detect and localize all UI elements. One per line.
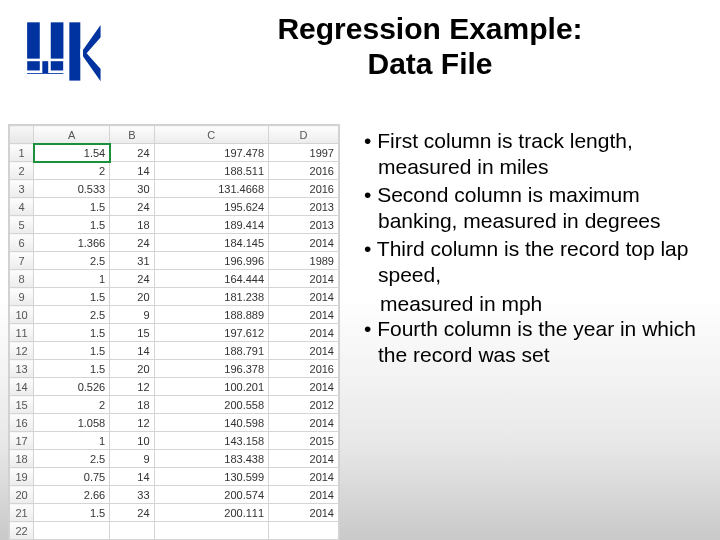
cell: 2014: [269, 324, 339, 342]
cell: 33: [110, 486, 154, 504]
cell: 18: [110, 396, 154, 414]
cell: 10: [110, 432, 154, 450]
table-row: 11.5424197.4781997: [10, 144, 339, 162]
cell: 200.558: [154, 396, 269, 414]
row-header: 8: [10, 270, 34, 288]
cell: 200.574: [154, 486, 269, 504]
row-header: 7: [10, 252, 34, 270]
cell: 1: [34, 270, 110, 288]
cell: 197.478: [154, 144, 269, 162]
spreadsheet: A B C D 11.5424197.47819972214188.511201…: [8, 124, 340, 540]
bullet-3-cont: measured in mph: [360, 291, 706, 317]
cell: 1.058: [34, 414, 110, 432]
table-row: 211.524200.1112014: [10, 504, 339, 522]
cell: 2014: [269, 342, 339, 360]
row-header: 1: [10, 144, 34, 162]
cell: 2016: [269, 162, 339, 180]
cell: 1.5: [34, 198, 110, 216]
cell: 195.624: [154, 198, 269, 216]
data-table: A B C D 11.5424197.47819972214188.511201…: [9, 125, 339, 540]
cell: [269, 522, 339, 540]
cell: 197.612: [154, 324, 269, 342]
cell: 188.889: [154, 306, 269, 324]
cell: 2014: [269, 378, 339, 396]
cell: 18: [110, 216, 154, 234]
cell: [154, 522, 269, 540]
row-header: 2: [10, 162, 34, 180]
cell: 31: [110, 252, 154, 270]
cell: 1.5: [34, 216, 110, 234]
row-header: 18: [10, 450, 34, 468]
row-header: 17: [10, 432, 34, 450]
row-header: 14: [10, 378, 34, 396]
cell: 188.511: [154, 162, 269, 180]
table-row: 15218200.5582012: [10, 396, 339, 414]
row-header: 10: [10, 306, 34, 324]
cell: 196.378: [154, 360, 269, 378]
cell: 2016: [269, 360, 339, 378]
table-row: 182.59183.4382014: [10, 450, 339, 468]
cell: 20: [110, 288, 154, 306]
cell: 2014: [269, 486, 339, 504]
cell: 1.5: [34, 504, 110, 522]
table-row: 202.6633200.5742014: [10, 486, 339, 504]
cell: 2.5: [34, 450, 110, 468]
corner-cell: [10, 126, 34, 144]
table-row: 17110143.1582015: [10, 432, 339, 450]
table-row: 51.518189.4142013: [10, 216, 339, 234]
cell: 140.598: [154, 414, 269, 432]
cell: 130.599: [154, 468, 269, 486]
cell: [34, 522, 110, 540]
cell: 2014: [269, 288, 339, 306]
cell: [110, 522, 154, 540]
cell: 14: [110, 162, 154, 180]
row-header: 15: [10, 396, 34, 414]
cell: 14: [110, 342, 154, 360]
cell: 9: [110, 306, 154, 324]
table-row: 22: [10, 522, 339, 540]
cell: 200.111: [154, 504, 269, 522]
bullet-4: Fourth column is the year in which the r…: [360, 316, 706, 367]
cell: 2.66: [34, 486, 110, 504]
cell: 15: [110, 324, 154, 342]
cell: 2014: [269, 234, 339, 252]
cell: 2.5: [34, 306, 110, 324]
svg-rect-3: [68, 21, 82, 82]
cell: 2014: [269, 450, 339, 468]
slide-title: Regression Example: Data File: [170, 12, 690, 81]
cell: 0.75: [34, 468, 110, 486]
cell: 1997: [269, 144, 339, 162]
table-row: 72.531196.9961989: [10, 252, 339, 270]
table-row: 161.05812140.5982014: [10, 414, 339, 432]
cell: 1989: [269, 252, 339, 270]
cell: 1.5: [34, 342, 110, 360]
table-row: 140.52612100.2012014: [10, 378, 339, 396]
cell: 1: [34, 432, 110, 450]
cell: 2.5: [34, 252, 110, 270]
table-row: 131.520196.3782016: [10, 360, 339, 378]
cell: 0.533: [34, 180, 110, 198]
table-row: 61.36624184.1452014: [10, 234, 339, 252]
cell: 1.366: [34, 234, 110, 252]
header-row: A B C D: [10, 126, 339, 144]
table-row: 2214188.5112016: [10, 162, 339, 180]
cell: 24: [110, 198, 154, 216]
cell: 131.4668: [154, 180, 269, 198]
cell: 14: [110, 468, 154, 486]
cell: 24: [110, 504, 154, 522]
cell: 24: [110, 234, 154, 252]
svg-marker-4: [82, 21, 102, 85]
col-D: D: [269, 126, 339, 144]
cell: 12: [110, 414, 154, 432]
row-header: 3: [10, 180, 34, 198]
row-header: 22: [10, 522, 34, 540]
cell: 0.526: [34, 378, 110, 396]
cell: 2014: [269, 306, 339, 324]
uk-logo: [20, 16, 106, 92]
table-row: 121.514188.7912014: [10, 342, 339, 360]
bullet-1: First column is track length, measured i…: [360, 128, 706, 179]
cell: 2014: [269, 414, 339, 432]
cell: 183.438: [154, 450, 269, 468]
title-line-1: Regression Example:: [277, 12, 582, 45]
cell: 24: [110, 144, 154, 162]
